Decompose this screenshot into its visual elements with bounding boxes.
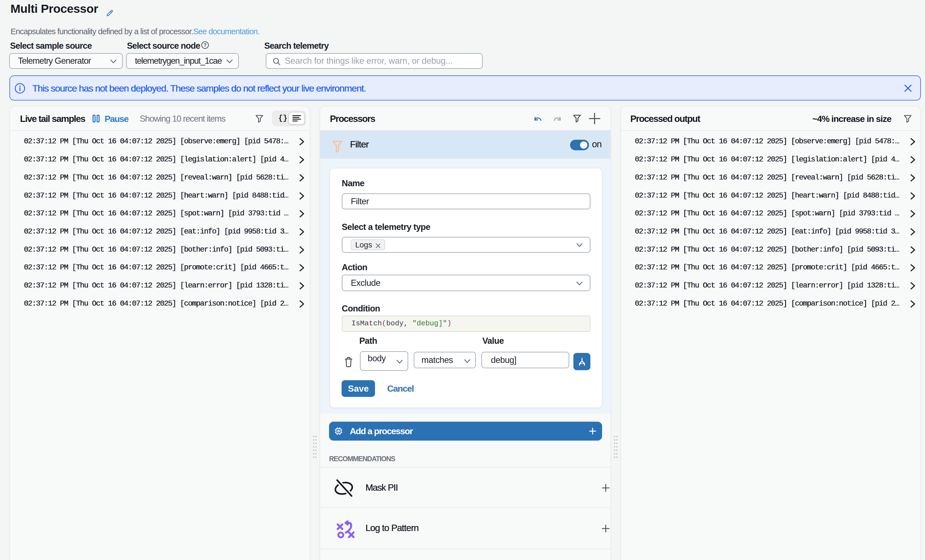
svg-text:?: ? [204, 42, 207, 48]
